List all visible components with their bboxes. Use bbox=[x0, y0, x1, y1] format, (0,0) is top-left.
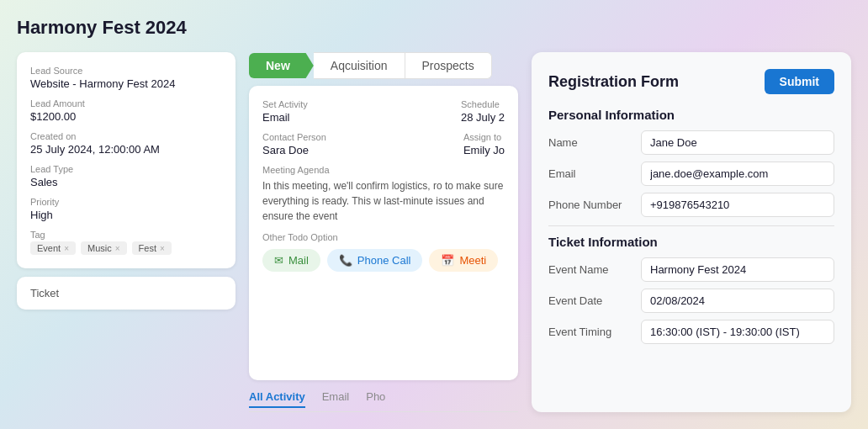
priority-label: Priority bbox=[30, 197, 222, 207]
form-header: Registration Form Submit bbox=[548, 69, 834, 94]
personal-info-title: Personal Information bbox=[548, 108, 834, 122]
phone-icon: 📞 bbox=[339, 254, 352, 267]
email-input[interactable] bbox=[641, 162, 834, 186]
meeting-agenda-label: Meeting Agenda bbox=[262, 165, 505, 175]
tag-fest-remove[interactable]: × bbox=[160, 244, 165, 253]
lead-amount-value: $1200.00 bbox=[30, 110, 222, 123]
page-title: Harmony Fest 2024 bbox=[17, 17, 851, 39]
bottom-tabs-bar: All Activity Email Pho bbox=[249, 390, 518, 412]
lead-source-label: Lead Source bbox=[30, 66, 222, 76]
contact-person-col: Contact Person Sara Doe bbox=[262, 132, 326, 156]
tab-new[interactable]: New bbox=[249, 53, 314, 78]
event-date-label: Event Date bbox=[548, 294, 641, 307]
priority-value: High bbox=[30, 209, 222, 221]
event-date-input[interactable] bbox=[641, 289, 834, 313]
bottom-tab-phone[interactable]: Pho bbox=[366, 390, 385, 408]
schedule-col: Schedule 28 July 2 bbox=[461, 99, 505, 124]
left-panel: Lead Source Website - Harmony Fest 2024 … bbox=[17, 52, 236, 412]
form-divider bbox=[548, 225, 834, 226]
tab-acquisition[interactable]: Aqcuisition bbox=[314, 52, 405, 79]
email-field-row: Email bbox=[548, 162, 834, 186]
ticket-card: Ticket bbox=[17, 277, 236, 310]
todo-buttons: ✉ Mail 📞 Phone Call 📅 Meeti bbox=[262, 249, 505, 272]
name-label: Name bbox=[548, 136, 641, 149]
bottom-tab-all-activity[interactable]: All Activity bbox=[249, 390, 305, 408]
lead-type-value: Sales bbox=[30, 176, 222, 188]
lead-amount-label: Lead Amount bbox=[30, 98, 222, 109]
mail-icon: ✉ bbox=[274, 254, 283, 267]
main-content: Lead Source Website - Harmony Fest 2024 … bbox=[17, 52, 851, 412]
tag-event-remove[interactable]: × bbox=[64, 244, 69, 253]
mail-btn-label: Mail bbox=[288, 254, 309, 267]
tags-row: Event × Music × Fest × bbox=[30, 241, 222, 255]
bottom-tab-email[interactable]: Email bbox=[322, 390, 350, 408]
assign-to-label: Assign to bbox=[463, 132, 505, 142]
schedule-label: Schedule bbox=[461, 99, 505, 109]
contact-person-label: Contact Person bbox=[262, 132, 326, 142]
meeting-icon: 📅 bbox=[441, 254, 454, 267]
set-activity-col: Set Activity Email bbox=[262, 99, 308, 124]
phone-btn-label: Phone Call bbox=[357, 254, 411, 267]
registration-form-panel: Registration Form Submit Personal Inform… bbox=[532, 52, 851, 412]
schedule-value: 28 July 2 bbox=[461, 111, 505, 124]
activity-row-1: Set Activity Email Schedule 28 July 2 bbox=[262, 99, 505, 124]
event-timing-label: Event Timing bbox=[548, 326, 641, 338]
submit-button[interactable]: Submit bbox=[765, 69, 834, 94]
name-input[interactable] bbox=[641, 130, 834, 155]
event-timing-field-row: Event Timing bbox=[548, 320, 834, 344]
other-todo-label: Other Todo Option bbox=[262, 232, 505, 242]
form-title: Registration Form bbox=[548, 73, 679, 91]
created-on-value: 25 July 2024, 12:00:00 AM bbox=[30, 143, 222, 156]
event-name-input[interactable] bbox=[641, 257, 834, 282]
phone-label: Phone Number bbox=[548, 199, 641, 211]
lead-source-value: Website - Harmony Fest 2024 bbox=[30, 77, 222, 90]
lead-info-card: Lead Source Website - Harmony Fest 2024 … bbox=[17, 52, 236, 268]
set-activity-label: Set Activity bbox=[262, 99, 308, 109]
created-on-label: Created on bbox=[30, 131, 222, 141]
tab-prospects[interactable]: Prospects bbox=[405, 52, 492, 79]
assign-to-col: Assign to Emily Jo bbox=[463, 132, 505, 156]
tabs-bar: New Aqcuisition Prospects bbox=[249, 52, 518, 79]
tag-music[interactable]: Music × bbox=[81, 241, 127, 255]
tag-music-remove[interactable]: × bbox=[115, 244, 120, 253]
set-activity-value: Email bbox=[262, 111, 308, 124]
activity-card: Set Activity Email Schedule 28 July 2 Co… bbox=[249, 86, 518, 380]
meeting-btn-label: Meeti bbox=[459, 254, 486, 267]
tag-fest[interactable]: Fest × bbox=[132, 241, 172, 255]
email-label: Email bbox=[548, 167, 641, 180]
ticket-info-title: Ticket Information bbox=[548, 235, 834, 249]
tag-label: Tag bbox=[30, 230, 222, 240]
phone-field-row: Phone Number bbox=[548, 193, 834, 217]
event-timing-input[interactable] bbox=[641, 320, 834, 344]
phone-call-button[interactable]: 📞 Phone Call bbox=[327, 249, 423, 272]
tag-event[interactable]: Event × bbox=[30, 241, 76, 255]
name-field-row: Name bbox=[548, 130, 834, 155]
middle-panel: New Aqcuisition Prospects Set Activity E… bbox=[249, 52, 518, 412]
meeting-agenda-text: In this meeting, we'll confirm logistics… bbox=[262, 178, 505, 224]
ticket-label: Ticket bbox=[30, 287, 59, 299]
event-name-field-row: Event Name bbox=[548, 257, 834, 282]
assign-to-value: Emily Jo bbox=[463, 144, 505, 156]
phone-input[interactable] bbox=[641, 193, 834, 217]
contact-person-value: Sara Doe bbox=[262, 144, 326, 156]
event-name-label: Event Name bbox=[548, 263, 641, 276]
event-date-field-row: Event Date bbox=[548, 289, 834, 313]
lead-type-label: Lead Type bbox=[30, 164, 222, 174]
activity-row-2: Contact Person Sara Doe Assign to Emily … bbox=[262, 132, 505, 156]
meeting-button[interactable]: 📅 Meeti bbox=[429, 249, 498, 272]
mail-button[interactable]: ✉ Mail bbox=[262, 249, 320, 272]
